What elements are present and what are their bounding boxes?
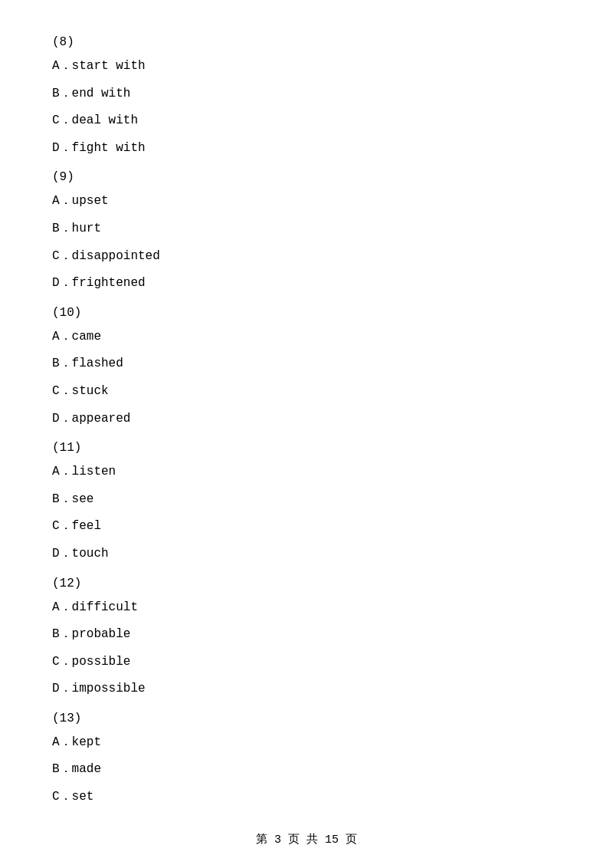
option-D: D．touch xyxy=(46,544,567,564)
option-B: B．end with xyxy=(46,84,567,104)
question-number: (11) xyxy=(46,441,567,455)
footer-text: 第 3 页 共 15 页 xyxy=(256,833,357,847)
option-C: C．possible xyxy=(46,653,567,672)
question-block-9: (9)A．upsetB．hurtC．disappointedD．frighten… xyxy=(46,170,567,293)
option-A: A．kept xyxy=(46,733,567,753)
option-B: B．flashed xyxy=(46,354,567,374)
option-C: C．set xyxy=(46,787,567,807)
option-A: A．start with xyxy=(46,57,567,77)
option-B: B．see xyxy=(46,490,567,510)
option-D: D．frightened xyxy=(46,274,567,294)
option-D: D．appeared xyxy=(46,409,567,429)
question-block-11: (11)A．listenB．seeC．feelD．touch xyxy=(46,441,567,564)
option-D: D．impossible xyxy=(46,679,567,699)
option-C: C．feel xyxy=(46,517,567,537)
question-number: (8) xyxy=(46,35,567,49)
question-block-13: (13)A．keptB．madeC．set xyxy=(46,712,567,807)
option-A: A．came xyxy=(46,327,567,347)
page-footer: 第 3 页 共 15 页 xyxy=(0,832,613,847)
option-C: C．disappointed xyxy=(46,247,567,267)
option-A: A．difficult xyxy=(46,598,567,618)
question-block-8: (8)A．start withB．end withC．deal withD．fi… xyxy=(46,35,567,158)
option-C: C．deal with xyxy=(46,111,567,131)
page-content: (8)A．start withB．end withC．deal withD．fi… xyxy=(0,0,613,861)
question-number: (9) xyxy=(46,170,567,184)
question-block-12: (12)A．difficultB．probableC．possibleD．imp… xyxy=(46,577,567,699)
question-number: (10) xyxy=(46,306,567,320)
option-B: B．made xyxy=(46,760,567,780)
question-number: (13) xyxy=(46,712,567,725)
option-B: B．hurt xyxy=(46,219,567,239)
option-B: B．probable xyxy=(46,625,567,645)
question-number: (12) xyxy=(46,577,567,590)
question-block-10: (10)A．cameB．flashedC．stuckD．appeared xyxy=(46,306,567,429)
option-D: D．fight with xyxy=(46,139,567,159)
option-A: A．listen xyxy=(46,462,567,482)
option-C: C．stuck xyxy=(46,382,567,402)
option-A: A．upset xyxy=(46,192,567,212)
